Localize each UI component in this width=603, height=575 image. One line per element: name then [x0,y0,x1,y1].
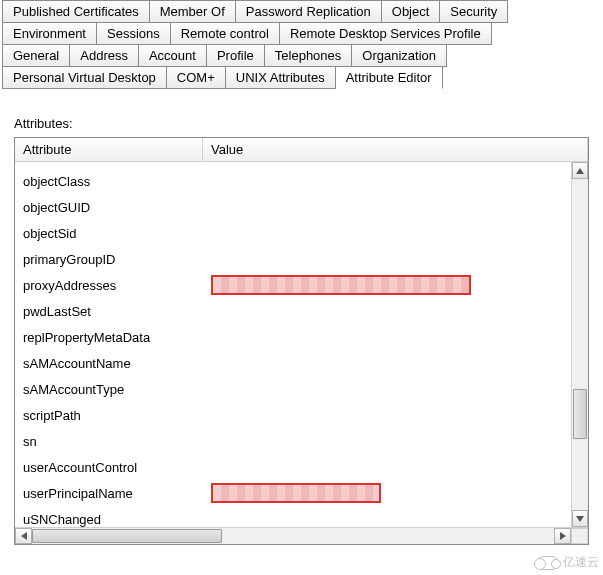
tab-remote-control[interactable]: Remote control [171,22,280,45]
table-row[interactable]: sn [15,428,588,454]
attribute-name-cell: sn [15,434,203,449]
tab-remote-desktop-services-profile[interactable]: Remote Desktop Services Profile [280,22,492,45]
attribute-name-cell: replPropertyMetaData [15,330,203,345]
chevron-right-icon [560,532,566,540]
attribute-value-cell [203,428,588,454]
scroll-corner [571,528,588,544]
tab-com-plus[interactable]: COM+ [167,66,226,89]
attribute-value-cell [203,246,588,272]
tab-security[interactable]: Security [440,0,508,23]
tab-unix-attributes[interactable]: UNIX Attributes [226,66,336,89]
attribute-name-cell: uSNChanged [15,512,203,527]
horizontal-scrollbar[interactable] [15,527,588,544]
listview-body: objectClassobjectGUIDobjectSidprimaryGro… [15,162,588,527]
tab-row-1: Published Certificates Member Of Passwor… [2,0,508,22]
attribute-value-cell [203,168,588,194]
attributes-listview[interactable]: Attribute Value objectClassobjectGUIDobj… [14,137,589,545]
property-sheet-tabs: Published Certificates Member Of Passwor… [0,0,603,88]
watermark-text: 亿速云 [563,554,599,571]
listview-header: Attribute Value [15,138,588,162]
tab-password-replication[interactable]: Password Replication [236,0,382,23]
vertical-scrollbar[interactable] [571,162,588,527]
tab-attribute-editor[interactable]: Attribute Editor [336,66,443,89]
attribute-name-cell: userPrincipalName [15,486,203,501]
attribute-name-cell: objectGUID [15,200,203,215]
horizontal-scroll-track[interactable] [32,528,554,544]
tab-address[interactable]: Address [70,44,139,67]
table-row[interactable]: objectSid [15,220,588,246]
attribute-name-cell: scriptPath [15,408,203,423]
table-row[interactable]: userAccountControl [15,454,588,480]
attribute-name-cell: proxyAddresses [15,278,203,293]
vertical-scroll-track[interactable] [572,179,588,510]
tab-general[interactable]: General [2,44,70,67]
tab-published-certificates[interactable]: Published Certificates [2,0,150,23]
tab-row-3: General Address Account Profile Telephon… [2,44,447,66]
column-header-attribute[interactable]: Attribute [15,138,203,161]
scroll-left-button[interactable] [15,528,32,544]
scroll-right-button[interactable] [554,528,571,544]
table-row[interactable]: scriptPath [15,402,588,428]
table-row[interactable]: proxyAddresses [15,272,588,298]
scroll-up-button[interactable] [572,162,588,179]
cloud-icon [537,556,559,570]
table-row[interactable]: objectGUID [15,194,588,220]
table-row[interactable]: replPropertyMetaData [15,324,588,350]
chevron-down-icon [576,516,584,522]
vertical-scroll-thumb[interactable] [573,389,587,439]
table-row[interactable]: pwdLastSet [15,298,588,324]
table-row[interactable]: primaryGroupID [15,246,588,272]
attribute-name-cell: objectClass [15,174,203,189]
redacted-value [211,483,381,503]
attribute-value-cell [203,376,588,402]
tab-telephones[interactable]: Telephones [265,44,353,67]
tab-organization[interactable]: Organization [352,44,447,67]
tab-personal-virtual-desktop[interactable]: Personal Virtual Desktop [2,66,167,89]
attribute-name-cell: userAccountControl [15,460,203,475]
attribute-value-cell [203,402,588,428]
attribute-value-cell [203,324,588,350]
tab-member-of[interactable]: Member Of [150,0,236,23]
horizontal-scroll-thumb[interactable] [32,529,222,543]
table-row[interactable]: objectClass [15,168,588,194]
table-row[interactable]: sAMAccountType [15,376,588,402]
attributes-label: Attributes: [14,116,603,131]
column-header-value[interactable]: Value [203,138,588,161]
attribute-name-cell: pwdLastSet [15,304,203,319]
attribute-value-cell [203,220,588,246]
attribute-name-cell: sAMAccountType [15,382,203,397]
tab-environment[interactable]: Environment [2,22,97,45]
table-row[interactable]: uSNChanged [15,506,588,527]
chevron-up-icon [576,168,584,174]
watermark: 亿速云 [537,554,599,571]
tab-object[interactable]: Object [382,0,441,23]
attribute-value-cell [203,480,588,506]
tab-row-4: Personal Virtual Desktop COM+ UNIX Attri… [2,66,443,88]
tab-profile[interactable]: Profile [207,44,265,67]
table-row[interactable]: userPrincipalName [15,480,588,506]
attribute-name-cell: objectSid [15,226,203,241]
chevron-left-icon [21,532,27,540]
attribute-value-cell [203,194,588,220]
tab-sessions[interactable]: Sessions [97,22,171,45]
attribute-value-cell [203,454,588,480]
scroll-down-button[interactable] [572,510,588,527]
attribute-value-cell [203,272,588,298]
tab-account[interactable]: Account [139,44,207,67]
attribute-name-cell: primaryGroupID [15,252,203,267]
attribute-value-cell [203,298,588,324]
tab-row-2: Environment Sessions Remote control Remo… [2,22,492,44]
attribute-value-cell [203,350,588,376]
redacted-value [211,275,471,295]
attribute-value-cell [203,506,588,527]
table-row[interactable]: sAMAccountName [15,350,588,376]
attribute-name-cell: sAMAccountName [15,356,203,371]
